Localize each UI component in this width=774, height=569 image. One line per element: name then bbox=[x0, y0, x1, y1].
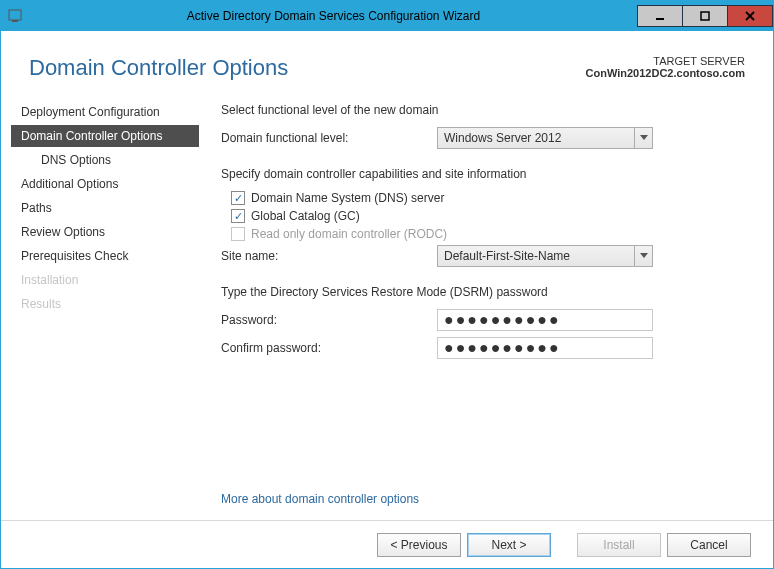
svg-marker-7 bbox=[640, 253, 648, 258]
dns-checkbox-label: Domain Name System (DNS) server bbox=[251, 191, 444, 205]
svg-marker-6 bbox=[640, 135, 648, 140]
gc-checkbox-row[interactable]: ✓ Global Catalog (GC) bbox=[231, 209, 743, 223]
rodc-checkbox-row: Read only domain controller (RODC) bbox=[231, 227, 743, 241]
target-server-block: TARGET SERVER ConWin2012DC2.contoso.com bbox=[586, 55, 745, 79]
chevron-down-icon[interactable] bbox=[634, 128, 652, 148]
site-name-value: Default-First-Site-Name bbox=[438, 249, 634, 263]
rodc-checkbox-label: Read only domain controller (RODC) bbox=[251, 227, 447, 241]
sidebar-item-prerequisites-check[interactable]: Prerequisites Check bbox=[11, 245, 199, 267]
sidebar-item-results: Results bbox=[11, 293, 199, 315]
next-button[interactable]: Next > bbox=[467, 533, 551, 557]
password-mask: ●●●●●●●●●● bbox=[444, 311, 561, 329]
cancel-button[interactable]: Cancel bbox=[667, 533, 751, 557]
sidebar-item-deployment-configuration[interactable]: Deployment Configuration bbox=[11, 101, 199, 123]
sidebar-item-review-options[interactable]: Review Options bbox=[11, 221, 199, 243]
more-about-link[interactable]: More about domain controller options bbox=[221, 492, 419, 506]
footer: < Previous Next > Install Cancel bbox=[1, 520, 773, 568]
app-icon bbox=[1, 2, 29, 30]
confirm-password-mask: ●●●●●●●●●● bbox=[444, 339, 561, 357]
sidebar-item-domain-controller-options[interactable]: Domain Controller Options bbox=[11, 125, 199, 147]
previous-button[interactable]: < Previous bbox=[377, 533, 461, 557]
dns-checkbox-row[interactable]: ✓ Domain Name System (DNS) server bbox=[231, 191, 743, 205]
svg-rect-1 bbox=[12, 20, 18, 22]
target-server-name: ConWin2012DC2.contoso.com bbox=[586, 67, 745, 79]
chevron-down-icon[interactable] bbox=[634, 246, 652, 266]
page-title: Domain Controller Options bbox=[29, 55, 288, 81]
sidebar-item-installation: Installation bbox=[11, 269, 199, 291]
confirm-password-input[interactable]: ●●●●●●●●●● bbox=[437, 337, 653, 359]
gc-checkbox-label: Global Catalog (GC) bbox=[251, 209, 360, 223]
sidebar: Deployment Configuration Domain Controll… bbox=[1, 93, 199, 365]
checkbox-checked-icon[interactable]: ✓ bbox=[231, 191, 245, 205]
main-panel: Select functional level of the new domai… bbox=[199, 93, 773, 365]
target-server-label: TARGET SERVER bbox=[586, 55, 745, 67]
minimize-button[interactable] bbox=[637, 5, 683, 27]
sidebar-item-paths[interactable]: Paths bbox=[11, 197, 199, 219]
confirm-password-label: Confirm password: bbox=[221, 341, 437, 355]
checkbox-checked-icon[interactable]: ✓ bbox=[231, 209, 245, 223]
capabilities-heading: Specify domain controller capabilities a… bbox=[221, 167, 743, 181]
password-input[interactable]: ●●●●●●●●●● bbox=[437, 309, 653, 331]
titlebar: Active Directory Domain Services Configu… bbox=[1, 1, 773, 31]
sidebar-item-additional-options[interactable]: Additional Options bbox=[11, 173, 199, 195]
domain-functional-level-select[interactable]: Windows Server 2012 bbox=[437, 127, 653, 149]
site-name-label: Site name: bbox=[221, 249, 437, 263]
install-button: Install bbox=[577, 533, 661, 557]
svg-rect-0 bbox=[9, 10, 21, 20]
domain-functional-level-value: Windows Server 2012 bbox=[438, 131, 634, 145]
functional-level-heading: Select functional level of the new domai… bbox=[221, 103, 743, 117]
close-button[interactable] bbox=[727, 5, 773, 27]
window-title: Active Directory Domain Services Configu… bbox=[29, 9, 638, 23]
checkbox-unchecked-icon bbox=[231, 227, 245, 241]
sidebar-item-dns-options[interactable]: DNS Options bbox=[11, 149, 199, 171]
svg-rect-3 bbox=[701, 12, 709, 20]
password-label: Password: bbox=[221, 313, 437, 327]
window-buttons bbox=[638, 5, 773, 27]
dsrm-heading: Type the Directory Services Restore Mode… bbox=[221, 285, 743, 299]
maximize-button[interactable] bbox=[682, 5, 728, 27]
domain-functional-level-label: Domain functional level: bbox=[221, 131, 437, 145]
site-name-select[interactable]: Default-First-Site-Name bbox=[437, 245, 653, 267]
